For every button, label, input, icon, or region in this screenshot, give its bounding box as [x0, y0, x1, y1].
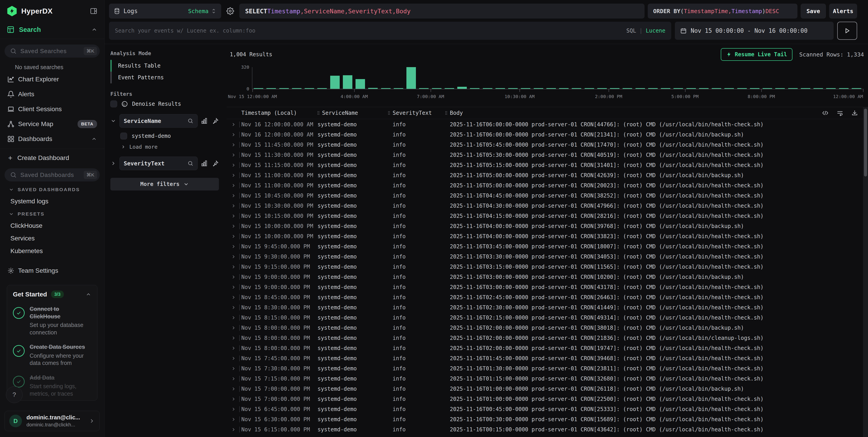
saved-searches-input[interactable]: Saved Searches ⌘K: [4, 44, 100, 58]
expand-row-icon[interactable]: [231, 366, 236, 371]
histogram-bar[interactable]: [623, 88, 632, 89]
log-row[interactable]: Nov 15 8:15:00.000 PM systemd-demo info …: [227, 312, 868, 323]
expand-row-icon[interactable]: [231, 376, 236, 381]
histogram-bar[interactable]: [483, 88, 492, 89]
expand-row-icon[interactable]: [231, 224, 236, 229]
histogram-bar[interactable]: [559, 88, 568, 89]
get-started-step-connect[interactable]: Connect to ClickHouse Set up your databa…: [13, 305, 91, 336]
expand-row-icon[interactable]: [231, 285, 236, 290]
log-row[interactable]: Nov 15 7:30:00.000 PM systemd-demo info …: [227, 363, 868, 373]
histogram-bar[interactable]: [508, 88, 518, 89]
get-started-step-add-data[interactable]: Add Data Start sending logs, metrics, or…: [13, 374, 91, 398]
histogram-bar[interactable]: [406, 67, 416, 89]
log-row[interactable]: Nov 15 8:00:00.000 PM systemd-demo info …: [227, 343, 868, 353]
expand-row-icon[interactable]: [231, 427, 236, 432]
histogram-bar[interactable]: [788, 88, 798, 89]
expand-row-icon[interactable]: [231, 336, 236, 340]
chevron-right-icon[interactable]: [111, 161, 116, 166]
user-profile-button[interactable]: D dominic.tran@clic... dominic.tran@clic…: [4, 411, 100, 431]
log-row[interactable]: Nov 15 7:15:00.000 PM systemd-demo info …: [227, 373, 868, 384]
sidebar-item-chart-explorer[interactable]: Chart Explorer: [4, 72, 100, 87]
log-row[interactable]: Nov 15 6:45:00.000 PM systemd-demo info …: [227, 404, 868, 414]
histogram-bar[interactable]: [254, 88, 263, 89]
vertical-scrollbar[interactable]: [863, 107, 868, 437]
saved-dashboard-item[interactable]: Systemd logs: [10, 198, 100, 205]
histogram-bar[interactable]: [330, 76, 340, 89]
pin-icon[interactable]: [212, 117, 219, 124]
log-row[interactable]: Nov 16 12:00:00.000 AM systemd-demo info…: [227, 119, 868, 130]
histogram-bar[interactable]: [381, 88, 391, 89]
expand-row-icon[interactable]: [231, 295, 236, 300]
log-row[interactable]: Nov 15 11:15:00.000 PM systemd-demo info…: [227, 160, 868, 170]
select-columns-input[interactable]: SELECT Timestamp,ServiceName,SeverityTex…: [239, 4, 645, 19]
expand-row-icon[interactable]: [231, 142, 236, 147]
log-row[interactable]: Nov 15 10:45:00.000 PM systemd-demo info…: [227, 191, 868, 201]
histogram-bar[interactable]: [813, 88, 823, 89]
sidebar-item-alerts[interactable]: Alerts: [4, 87, 100, 102]
log-row[interactable]: Nov 15 10:30:00.000 PM systemd-demo info…: [227, 201, 868, 211]
expand-row-icon[interactable]: [231, 255, 236, 259]
log-row[interactable]: Nov 15 9:00:00.000 PM systemd-demo info …: [227, 272, 868, 282]
servicename-value-label[interactable]: systemd-demo: [132, 133, 171, 139]
histogram-bar[interactable]: [572, 88, 581, 89]
histogram-bar[interactable]: [750, 88, 760, 89]
histogram-bar[interactable]: [597, 88, 607, 89]
sidebar-item-search[interactable]: Search: [0, 21, 104, 39]
expand-row-icon[interactable]: [231, 214, 236, 218]
expand-row-icon[interactable]: [231, 386, 236, 391]
log-row[interactable]: Nov 15 7:00:00.000 PM systemd-demo info …: [227, 394, 868, 404]
mode-event-patterns[interactable]: Event Patterns: [111, 72, 219, 83]
log-row[interactable]: Nov 15 11:00:00.000 PM systemd-demo info…: [227, 170, 868, 180]
chevron-up-icon[interactable]: [91, 136, 97, 142]
drag-handle-icon[interactable]: [388, 111, 390, 115]
sidebar-item-client-sessions[interactable]: Client Sessions: [4, 102, 100, 116]
histogram-bar[interactable]: [585, 88, 594, 89]
source-settings-gear-icon[interactable]: [224, 7, 236, 15]
expand-row-icon[interactable]: [231, 346, 236, 350]
log-row[interactable]: Nov 15 7:45:00.000 PM systemd-demo info …: [227, 353, 868, 363]
histogram-bar[interactable]: [470, 88, 479, 89]
histogram-bar[interactable]: [292, 88, 302, 89]
servicename-value-checkbox[interactable]: [120, 133, 127, 139]
log-row[interactable]: Nov 15 8:00:00.000 PM systemd-demo info …: [227, 323, 868, 333]
histogram-bar[interactable]: [521, 88, 530, 89]
log-row[interactable]: Nov 15 8:45:00.000 PM systemd-demo info …: [227, 292, 868, 302]
sidebar-item-dashboards[interactable]: Dashboards: [4, 132, 100, 146]
expand-row-icon[interactable]: [231, 326, 236, 330]
log-row[interactable]: Nov 15 11:00:00.000 PM systemd-demo info…: [227, 180, 868, 191]
chevron-up-icon[interactable]: [91, 27, 97, 33]
get-started-step-data-sources[interactable]: Create Data Sources Configure where your…: [13, 343, 91, 367]
expand-row-icon[interactable]: [231, 163, 236, 167]
expand-row-icon[interactable]: [231, 407, 236, 411]
column-header-timestamp[interactable]: Timestamp (Local): [241, 110, 317, 116]
histogram-bar[interactable]: [457, 87, 467, 89]
expand-row-icon[interactable]: [231, 173, 236, 178]
denoise-checkbox[interactable]: [111, 101, 117, 107]
expand-row-icon[interactable]: [231, 305, 236, 310]
saved-dashboards-section-header[interactable]: SAVED DASHBOARDS: [9, 187, 100, 192]
sidebar-item-team-settings[interactable]: Team Settings: [4, 263, 100, 278]
column-header-body[interactable]: Body: [445, 110, 868, 116]
chart-icon[interactable]: [201, 160, 208, 167]
histogram-bar[interactable]: [801, 88, 810, 89]
filter-group-servicename[interactable]: ServiceName: [119, 114, 198, 128]
log-row[interactable]: Nov 15 10:00:00.000 PM systemd-demo info…: [227, 221, 868, 231]
expand-row-icon[interactable]: [231, 132, 236, 137]
histogram-bar[interactable]: [394, 88, 403, 89]
expand-row-icon[interactable]: [231, 244, 236, 249]
histogram-bar[interactable]: [355, 79, 365, 89]
log-row[interactable]: Nov 15 8:00:00.000 PM systemd-demo info …: [227, 333, 868, 343]
saved-dashboards-input[interactable]: Saved Dashboards ⌘K: [4, 168, 100, 181]
expand-row-icon[interactable]: [231, 204, 236, 208]
log-row[interactable]: Nov 15 6:15:00.000 PM systemd-demo info …: [227, 424, 868, 435]
load-more-button[interactable]: Load more: [121, 144, 219, 150]
mode-results-table[interactable]: Results Table: [111, 60, 219, 72]
preset-dashboard-item[interactable]: Kubernetes: [10, 247, 100, 255]
histogram-bar[interactable]: [368, 88, 378, 89]
search-icon[interactable]: [187, 161, 193, 166]
filter-group-severitytext[interactable]: SeverityText: [119, 157, 198, 170]
log-row[interactable]: Nov 15 6:30:00.000 PM systemd-demo info …: [227, 414, 868, 424]
code-view-icon[interactable]: [822, 110, 829, 116]
sidebar-item-service-map[interactable]: Service Map BETA: [4, 116, 100, 132]
histogram-bar[interactable]: [852, 88, 861, 89]
